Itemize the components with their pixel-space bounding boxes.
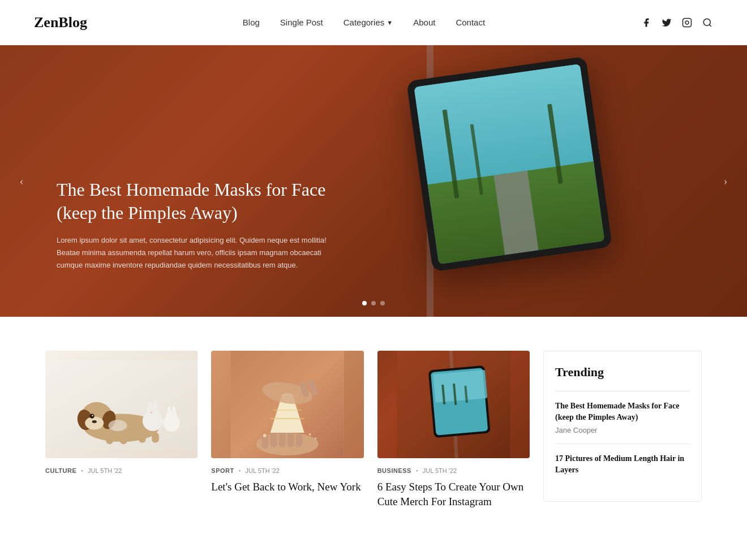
main-nav: Blog Single Post Categories ▼ About Cont… (243, 18, 485, 27)
svg-point-2 (703, 19, 710, 25)
hero-slider: The Best Homemade Masks for Face (keep t… (0, 45, 747, 317)
instagram-icon[interactable] (681, 17, 693, 28)
post-1-image[interactable] (45, 351, 198, 458)
svg-point-26 (168, 406, 171, 417)
post-1-category: CULTURE (45, 467, 76, 474)
slider-next-button[interactable]: › (715, 171, 736, 191)
svg-rect-0 (683, 18, 692, 27)
main-content-grid: CULTURE • JUL 5TH '22 (34, 351, 713, 509)
nav-about[interactable]: About (413, 18, 435, 27)
nav-blog[interactable]: Blog (243, 18, 260, 27)
slider-dot-1[interactable] (362, 301, 367, 305)
site-header: ZenBlog Blog Single Post Categories ▼ Ab… (0, 0, 747, 45)
hero-slide-1: The Best Homemade Masks for Face (keep t… (0, 45, 747, 317)
post-1-date: JUL 5TH '22 (88, 467, 122, 474)
twitter-icon[interactable] (661, 17, 672, 28)
svg-rect-34 (287, 431, 294, 447)
slider-dots (362, 301, 385, 305)
hero-tablet-image (419, 68, 634, 272)
trending-item-1-title[interactable]: The Best Homemade Masks for Face (keep t… (555, 400, 690, 423)
nav-categories[interactable]: Categories ▼ (344, 18, 393, 27)
trending-item-1-author: Jane Cooper (555, 426, 690, 434)
social-icons (641, 17, 713, 28)
post-card-2: SPORT • JUL 5TH '22 Let's Get Back to Wo… (211, 351, 363, 494)
post-2-date: JUL 5TH '22 (246, 467, 280, 474)
nav-contact[interactable]: Contact (456, 18, 485, 27)
hero-content: The Best Homemade Masks for Face (keep t… (57, 178, 328, 272)
post-2-image[interactable] (211, 351, 363, 458)
trending-item-1: The Best Homemade Masks for Face (keep t… (555, 391, 690, 443)
svg-point-42 (263, 434, 267, 437)
post-2-category: SPORT (211, 467, 234, 474)
post-2-meta: SPORT • JUL 5TH '22 (211, 467, 363, 474)
svg-point-27 (172, 406, 176, 417)
post-2-title[interactable]: Let's Get Back to Work, New York (211, 480, 363, 494)
svg-line-3 (709, 24, 711, 26)
trending-title: Trending (555, 365, 690, 380)
trending-item-2: 17 Pictures of Medium Length Hair in Lay… (555, 443, 690, 488)
chevron-down-icon: ▼ (387, 19, 393, 26)
trending-item-2-title[interactable]: 17 Pictures of Medium Length Hair in Lay… (555, 453, 690, 475)
site-logo[interactable]: ZenBlog (34, 14, 87, 31)
slider-prev-button[interactable]: ‹ (11, 171, 32, 191)
svg-point-12 (92, 415, 93, 416)
svg-rect-50 (433, 370, 487, 403)
svg-point-22 (153, 400, 158, 413)
post-3-image[interactable] (377, 351, 530, 458)
post-3-category: BUSINESS (377, 467, 411, 474)
post-3-date: JUL 5TH '22 (423, 467, 457, 474)
svg-rect-16 (139, 433, 145, 443)
hero-title: The Best Homemade Masks for Face (keep t… (57, 178, 328, 225)
hero-description: Lorem ipsum dolor sit amet, consectetur … (57, 234, 328, 272)
svg-rect-32 (271, 432, 277, 447)
slider-dot-3[interactable] (380, 301, 385, 305)
post-1-meta: CULTURE • JUL 5TH '22 (45, 467, 198, 474)
svg-rect-35 (296, 433, 303, 447)
slider-dot-2[interactable] (371, 301, 376, 305)
svg-point-23 (151, 411, 152, 413)
svg-rect-17 (152, 433, 158, 443)
svg-point-44 (315, 437, 317, 440)
svg-rect-15 (120, 433, 127, 445)
post-card-1: CULTURE • JUL 5TH '22 (45, 351, 198, 480)
svg-point-13 (92, 420, 97, 423)
search-icon[interactable] (702, 17, 713, 28)
svg-point-43 (309, 433, 311, 436)
trending-sidebar: Trending The Best Homemade Masks for Fac… (543, 351, 702, 502)
facebook-icon[interactable] (641, 17, 652, 28)
post-3-title[interactable]: 6 Easy Steps To Create Your Own Cute Mer… (377, 480, 530, 509)
svg-rect-33 (279, 430, 286, 447)
post-3-meta: BUSINESS • JUL 5TH '22 (377, 467, 530, 474)
svg-point-18 (109, 420, 127, 431)
nav-single-post[interactable]: Single Post (280, 18, 323, 27)
svg-rect-14 (106, 433, 113, 445)
post-card-3: BUSINESS • JUL 5TH '22 6 Easy Steps To C… (377, 351, 530, 509)
